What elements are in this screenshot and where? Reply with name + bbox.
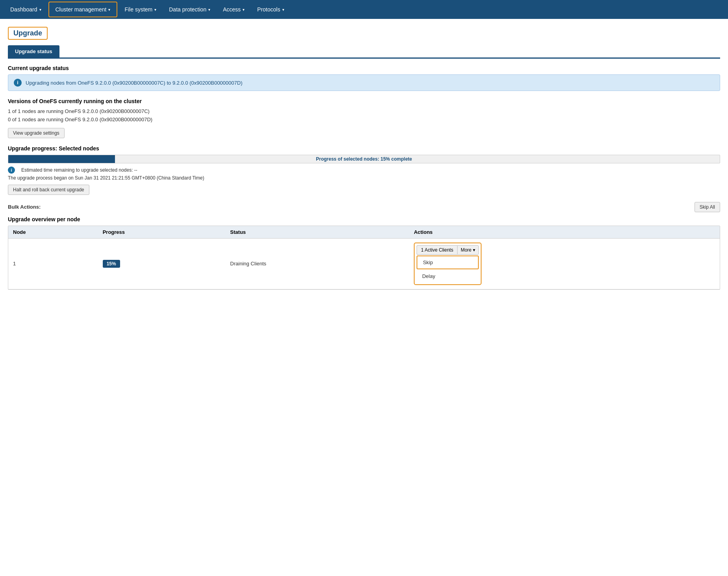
- table-header-row: Node Progress Status Actions: [8, 226, 720, 239]
- page-title: Upgrade: [13, 29, 42, 37]
- nav-access[interactable]: Access ▾: [217, 0, 251, 19]
- progress-badge: 15%: [103, 260, 120, 268]
- halt-rollback-button[interactable]: Halt and roll back current upgrade: [8, 185, 89, 195]
- overview-section: Upgrade overview per node Node Progress …: [8, 216, 720, 290]
- cell-status: Draining Clients: [226, 238, 409, 289]
- skip-all-button[interactable]: Skip All: [695, 202, 720, 212]
- versions-title: Versions of OneFS currently running on t…: [8, 98, 720, 104]
- upgrade-progress-section: Upgrade progress: Selected nodes Progres…: [8, 145, 720, 195]
- page-title-box: Upgrade: [8, 27, 48, 40]
- started-time: The upgrade process began on Sun Jan 31 …: [8, 175, 720, 181]
- cell-node: 1: [8, 238, 98, 289]
- overview-table: Node Progress Status Actions 1 15% Drain…: [8, 226, 720, 289]
- nav-data-protection[interactable]: Data protection ▾: [163, 0, 217, 19]
- overview-title: Upgrade overview per node: [8, 216, 720, 222]
- estimated-time-icon: i: [8, 167, 15, 174]
- overview-table-container: Node Progress Status Actions 1 15% Drain…: [8, 226, 720, 290]
- bulk-actions-row: Bulk Actions: Skip All: [8, 202, 720, 212]
- versions-section: Versions of OneFS currently running on t…: [8, 98, 720, 138]
- progress-bar-container: Progress of selected nodes: 15% complete: [8, 155, 720, 163]
- col-actions: Actions: [409, 226, 720, 239]
- progress-bar-label: Progress of selected nodes: 15% complete: [8, 155, 720, 163]
- tab-upgrade-status[interactable]: Upgrade status: [8, 45, 59, 57]
- actions-dropdown-wrapper: 1 Active Clients More ▾ Skip Delay: [414, 243, 482, 285]
- version-line1: 1 of 1 nodes are running OneFS 9.2.0.0 (…: [8, 107, 720, 124]
- cell-progress: 15%: [98, 238, 226, 289]
- nav-protocols[interactable]: Protocols ▾: [251, 0, 290, 19]
- table-row: 1 15% Draining Clients 1 Active Clients: [8, 238, 720, 289]
- view-upgrade-settings-button[interactable]: View upgrade settings: [8, 128, 65, 138]
- estimated-time-row: i Estimated time remaining to upgrade se…: [8, 167, 720, 174]
- tabs-bar: Upgrade status: [8, 45, 720, 59]
- bulk-actions-label: Bulk Actions:: [8, 204, 41, 210]
- info-icon: i: [14, 79, 22, 87]
- upgrade-progress-title: Upgrade progress: Selected nodes: [8, 145, 720, 152]
- dropdown-delay[interactable]: Delay: [417, 270, 479, 282]
- actions-group: 1 Active Clients More ▾: [417, 245, 479, 255]
- status-text: Draining Clients: [230, 261, 267, 267]
- col-progress: Progress: [98, 226, 226, 239]
- nav-access-caret: ▾: [243, 7, 245, 12]
- nav-protocols-caret: ▾: [282, 7, 284, 12]
- more-button[interactable]: More ▾: [457, 245, 479, 255]
- nav-cluster-management-caret: ▾: [108, 7, 110, 12]
- nav-cluster-management[interactable]: Cluster management ▾: [48, 2, 118, 17]
- nav-dashboard-caret: ▾: [39, 7, 41, 12]
- current-status-message: Upgrading nodes from OneFS 9.2.0.0 (0x90…: [26, 80, 243, 86]
- col-node: Node: [8, 226, 98, 239]
- estimated-time-text: Estimated time remaining to upgrade sele…: [21, 167, 137, 173]
- cell-actions: 1 Active Clients More ▾ Skip Delay: [409, 238, 720, 289]
- col-status: Status: [226, 226, 409, 239]
- nav-dashboard[interactable]: Dashboard ▾: [4, 0, 48, 19]
- page-container: Upgrade Upgrade status Current upgrade s…: [0, 19, 728, 305]
- current-status-title: Current upgrade status: [8, 65, 720, 71]
- dropdown-skip[interactable]: Skip: [417, 256, 479, 269]
- nav-file-system-caret: ▾: [154, 7, 156, 12]
- active-clients-button[interactable]: 1 Active Clients: [417, 245, 457, 255]
- current-status-info-box: i Upgrading nodes from OneFS 9.2.0.0 (0x…: [8, 74, 720, 91]
- dropdown-menu: Skip Delay: [417, 256, 479, 282]
- nav-bar: Dashboard ▾ Cluster management ▾ File sy…: [0, 0, 728, 19]
- current-status-section: Current upgrade status i Upgrading nodes…: [8, 65, 720, 91]
- nav-file-system[interactable]: File system ▾: [118, 0, 163, 19]
- nav-data-protection-caret: ▾: [208, 7, 210, 12]
